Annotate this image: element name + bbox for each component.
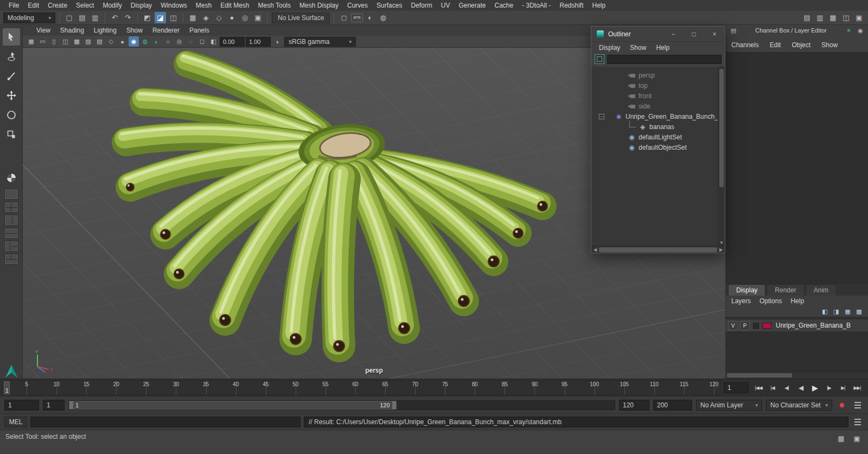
snap-to-curve-icon[interactable]: ◈ xyxy=(200,12,212,23)
textured-icon[interactable]: ◉ xyxy=(129,36,139,47)
resolution-gate-icon[interactable]: ▯ xyxy=(49,36,59,47)
layer-editor-menu-item[interactable]: Layers xyxy=(731,297,751,305)
range-slider-track[interactable]: 1 120 xyxy=(68,400,615,410)
snap-to-projected-center-icon[interactable]: ● xyxy=(226,12,238,23)
safe-action-icon[interactable]: ▨ xyxy=(83,36,93,47)
outliner-vertical-scrollbar[interactable]: ▼ xyxy=(718,67,725,246)
gate-mask-icon[interactable]: ◫ xyxy=(60,36,71,47)
isolate-select-icon[interactable]: ◧ xyxy=(208,36,219,47)
menu-item[interactable]: Curves xyxy=(343,1,372,10)
select-component-icon[interactable]: ◫ xyxy=(168,12,179,23)
layout-two-pane-stacked-button[interactable] xyxy=(4,228,18,239)
outliner-item[interactable]: side xyxy=(591,101,718,111)
scroll-left-arrow-icon[interactable]: ◀ xyxy=(592,247,598,252)
motion-blur-icon[interactable]: ◌ xyxy=(186,36,196,47)
outliner-item[interactable]: defaultLightSet xyxy=(591,132,718,142)
menu-item[interactable]: Deform xyxy=(406,1,436,10)
layout-three-pane-left-button[interactable] xyxy=(4,241,18,252)
render-current-frame-icon[interactable]: ◻ xyxy=(338,12,349,23)
paint-selection-tool-button[interactable] xyxy=(3,67,20,85)
pin-channel-box-icon[interactable]: ◉ xyxy=(856,26,865,35)
ambient-occlusion-icon[interactable]: ◎ xyxy=(174,36,184,47)
create-layer-from-selected-icon[interactable]: ▩ xyxy=(854,307,864,316)
menu-item[interactable]: Create xyxy=(43,1,72,10)
playback-range-bar[interactable]: 1 120 xyxy=(69,401,397,410)
snap-to-grid-icon[interactable]: ▦ xyxy=(187,12,199,23)
close-button[interactable]: × xyxy=(706,28,723,40)
lasso-tool-button[interactable] xyxy=(3,48,20,65)
panel-toggle-icon[interactable]: ▦ xyxy=(827,12,839,23)
minimize-button[interactable]: − xyxy=(665,28,681,40)
no-live-surface-indicator[interactable]: No Live Surface xyxy=(272,12,330,23)
layer-row[interactable]: V P Unripe_Green_Banana_B xyxy=(726,319,868,331)
use-default-material-icon[interactable]: ◍ xyxy=(140,36,150,47)
outliner-item[interactable]: top xyxy=(591,80,718,91)
channel-box-menu-item[interactable]: Object xyxy=(792,41,810,49)
open-scene-icon[interactable]: ▤ xyxy=(76,12,88,23)
ipr-render-icon[interactable]: IPR xyxy=(351,14,362,22)
menu-item[interactable]: Select xyxy=(72,1,98,10)
film-gate-icon[interactable]: ▭ xyxy=(37,36,48,47)
current-time-indicator[interactable]: 1 xyxy=(4,381,10,394)
menu-item[interactable]: File xyxy=(4,1,23,10)
layout-single-pane-button[interactable] xyxy=(4,189,18,200)
step-back-key-button[interactable]: |◀ xyxy=(766,381,779,394)
scale-tool-button[interactable] xyxy=(3,126,20,143)
outliner-filter-icon[interactable] xyxy=(595,54,604,64)
menu-item[interactable]: Help xyxy=(588,1,610,10)
scrollbar-thumb[interactable] xyxy=(599,247,717,252)
grid-toggle-icon[interactable]: ▦ xyxy=(26,36,36,47)
menu-item[interactable]: Cache xyxy=(490,1,518,10)
field-chart-icon[interactable]: ▩ xyxy=(72,36,82,47)
time-slider[interactable]: 1 5 10 15 20 25 30 35 40 45 50 xyxy=(2,380,720,395)
undo-icon[interactable]: ↶ xyxy=(109,12,120,23)
menu-item[interactable]: UV xyxy=(437,1,455,10)
character-set-select[interactable]: No Character Set ▾ xyxy=(766,400,832,411)
redo-icon[interactable]: ↷ xyxy=(122,12,133,23)
safe-title-icon[interactable]: ▧ xyxy=(94,36,105,47)
make-live-icon[interactable]: ▣ xyxy=(252,12,264,23)
move-layer-down-icon[interactable]: ◨ xyxy=(832,307,841,316)
shadows-icon[interactable]: ◐ xyxy=(151,36,162,47)
panel-toggle-icon[interactable]: ◫ xyxy=(840,12,852,23)
layer-visibility-toggle[interactable]: V xyxy=(728,321,738,330)
viewport-menu-item[interactable]: Lighting xyxy=(89,25,122,35)
layer-display-mode-toggle[interactable] xyxy=(752,322,760,330)
channel-box-menu-item[interactable]: Channels xyxy=(731,41,759,49)
save-scene-icon[interactable]: ▥ xyxy=(90,12,101,23)
outliner-menu-item[interactable]: Help xyxy=(652,43,674,53)
menu-item[interactable]: - 3DtoAll - xyxy=(518,1,555,10)
layout-four-pane-button[interactable] xyxy=(4,202,18,213)
viewport-menu-item[interactable]: View xyxy=(31,25,55,35)
grid-snap-status-icon[interactable]: ▦ xyxy=(835,433,847,444)
play-backwards-button[interactable]: ◀ xyxy=(794,381,807,394)
menu-set-select[interactable]: Modeling ▾ xyxy=(3,12,55,23)
layer-editor-scrollbar[interactable] xyxy=(726,372,868,379)
channel-box-settings-icon[interactable]: ✳ xyxy=(844,26,853,35)
menu-item[interactable]: Edit Mesh xyxy=(216,1,253,10)
smooth-shade-icon[interactable]: ● xyxy=(117,36,127,47)
select-tool-button[interactable] xyxy=(3,28,20,46)
menu-item[interactable]: Windows xyxy=(156,1,192,10)
animation-start-field[interactable] xyxy=(4,400,39,411)
move-tool-button[interactable] xyxy=(3,87,20,104)
layer-editor-tab[interactable]: Render xyxy=(767,284,804,296)
panel-toggle-icon[interactable]: ▤ xyxy=(801,12,813,23)
viewport-status-icon[interactable]: ▣ xyxy=(851,433,863,444)
menu-item[interactable]: Mesh Tools xyxy=(254,1,295,10)
channel-box-list-icon[interactable]: ▤ xyxy=(729,26,738,35)
scrollbar-thumb[interactable] xyxy=(719,69,724,187)
anim-layer-select[interactable]: No Anim Layer ▾ xyxy=(696,400,762,411)
create-empty-layer-icon[interactable]: ▦ xyxy=(843,307,852,316)
layout-two-pane-side-by-side-button[interactable] xyxy=(4,215,18,226)
gamma-field[interactable] xyxy=(246,37,271,47)
script-editor-button[interactable] xyxy=(852,416,864,428)
outliner-horizontal-scrollbar[interactable]: ◀ ▶ xyxy=(591,246,725,253)
animation-preferences-button[interactable] xyxy=(852,399,864,411)
outliner-item[interactable]: defaultObjectSet xyxy=(591,142,718,152)
command-result-field[interactable]: // Result: C:/Users/User/Desktop/Unripe_… xyxy=(304,417,848,427)
viewport-menu-item[interactable]: Shading xyxy=(55,25,89,35)
new-scene-icon[interactable]: ▢ xyxy=(63,12,75,23)
step-forward-frame-button[interactable]: |▶ xyxy=(822,381,835,394)
panel-toggle-icon[interactable]: ▣ xyxy=(853,12,865,23)
